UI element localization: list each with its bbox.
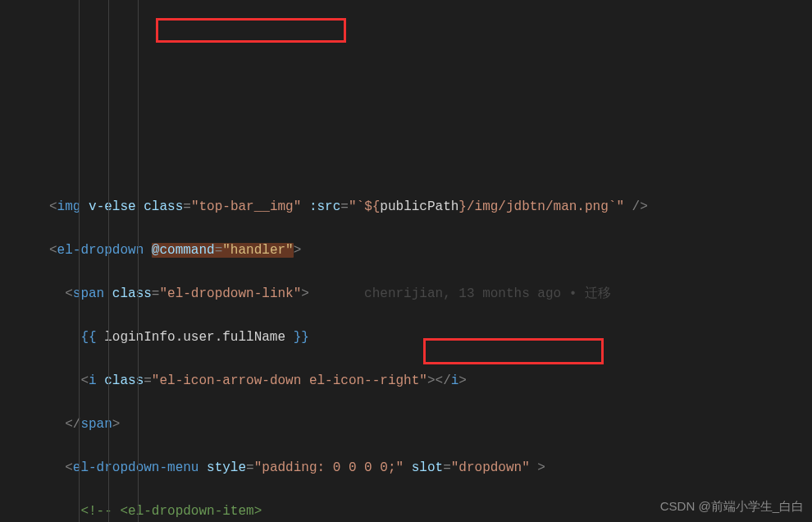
- highlight-box-1: [156, 18, 346, 43]
- code-line[interactable]: <i class="el-icon-arrow-down el-icon--ri…: [49, 370, 812, 392]
- code-line[interactable]: <el-dropdown @command="handler">: [49, 240, 812, 262]
- codelens-annotation[interactable]: chenrijian, 13 months ago • 迁移: [364, 286, 611, 301]
- code-line[interactable]: <img v-else class="top-bar__img" :src="`…: [49, 196, 812, 218]
- watermark-text: CSDN @前端小学生_白白: [660, 496, 804, 518]
- indent-guide: [79, 0, 80, 522]
- indent-guide: [138, 0, 139, 522]
- code-editor[interactable]: <img v-else class="top-bar__img" :src="`…: [0, 174, 812, 522]
- code-line[interactable]: <el-dropdown-menu style="padding: 0 0 0 …: [49, 457, 812, 479]
- code-line[interactable]: {{ loginInfo.user.fullName }}: [49, 327, 812, 349]
- code-line[interactable]: <span class="el-dropdown-link"> chenriji…: [49, 283, 812, 305]
- code-line[interactable]: </span>: [49, 414, 812, 436]
- indent-guide: [108, 0, 109, 522]
